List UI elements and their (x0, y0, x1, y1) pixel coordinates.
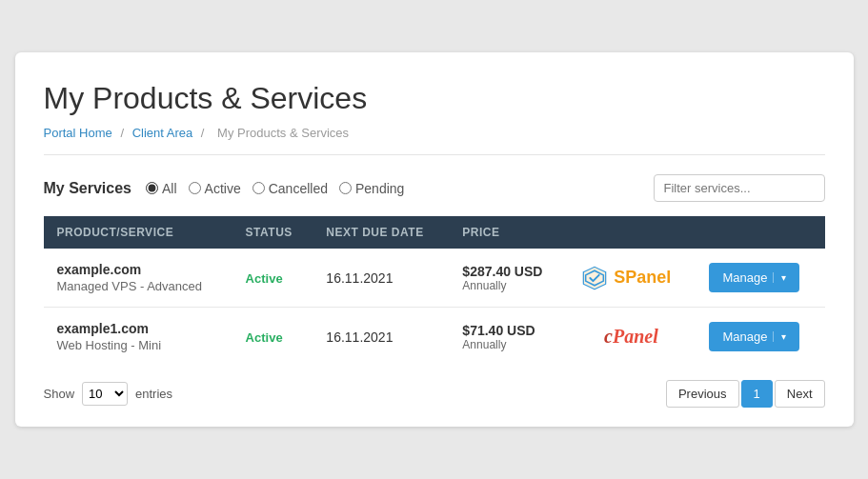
table-row: example.com Managed VPS - Advanced Activ… (44, 249, 825, 308)
product-sub: Web Hosting - Mini (57, 338, 219, 352)
col-action (696, 216, 824, 249)
radio-active-label[interactable]: Active (189, 181, 241, 196)
radio-cancelled[interactable] (252, 182, 265, 194)
price-cell: $287.40 USD Annually (449, 249, 566, 308)
table-footer: Show 10 25 50 100 entries Previous 1 Nex… (44, 380, 825, 408)
product-cell: example.com Managed VPS - Advanced (44, 249, 232, 308)
next-button[interactable]: Next (775, 380, 825, 408)
due-date: 16.11.2021 (326, 329, 393, 345)
dropdown-caret: ▾ (773, 331, 786, 342)
filter-group: All Active Cancelled Pending (146, 181, 404, 196)
spanel-text: SPanel (614, 268, 671, 288)
manage-button-2[interactable]: Manage ▾ (709, 322, 799, 351)
action-cell: Manage ▾ (696, 308, 824, 367)
manage-button-1[interactable]: Manage ▾ (709, 263, 799, 292)
radio-all-label[interactable]: All (146, 181, 177, 196)
prev-button[interactable]: Previous (666, 380, 739, 408)
price-period: Annually (462, 338, 553, 351)
breadcrumb-area[interactable]: Client Area (132, 126, 193, 140)
services-header: My Services All Active Cancelled Pending (44, 174, 825, 202)
product-name: example1.com (57, 321, 219, 336)
panel-logo-cell: SPanel (566, 249, 696, 308)
product-name: example.com (57, 262, 219, 277)
due-date-cell: 16.11.2021 (313, 308, 449, 367)
due-date-cell: 16.11.2021 (313, 249, 449, 308)
pagination: Previous 1 Next (666, 380, 825, 408)
breadcrumb-home[interactable]: Portal Home (44, 126, 112, 140)
breadcrumb-current: My Products & Services (217, 126, 349, 140)
table-row: example1.com Web Hosting - Mini Active 1… (44, 308, 825, 367)
price-amount: $71.40 USD (462, 323, 553, 338)
col-product: PRODUCT/SERVICE (44, 216, 232, 249)
col-due: NEXT DUE DATE (313, 216, 449, 249)
radio-active[interactable] (189, 182, 201, 194)
spanel-logo: SPanel (579, 265, 682, 291)
entries-label: entries (135, 387, 172, 401)
col-price: PRICE (449, 216, 566, 249)
radio-cancelled-label[interactable]: Cancelled (252, 181, 328, 196)
cpanel-logo: cPanel (604, 326, 658, 347)
breadcrumb: Portal Home / Client Area / My Products … (44, 126, 825, 155)
show-entries: Show 10 25 50 100 entries (44, 382, 173, 406)
col-status: STATUS (232, 216, 313, 249)
dropdown-caret: ▾ (773, 272, 786, 283)
status-cell: Active (232, 308, 313, 367)
page-1-button[interactable]: 1 (741, 380, 773, 408)
status-cell: Active (232, 249, 313, 308)
product-sub: Managed VPS - Advanced (57, 279, 219, 293)
filter-input[interactable] (654, 174, 825, 202)
due-date: 16.11.2021 (326, 270, 393, 286)
spanel-icon (579, 265, 610, 291)
panel-logo-cell: cPanel (566, 308, 696, 367)
price-cell: $71.40 USD Annually (449, 308, 566, 367)
price-amount: $287.40 USD (462, 264, 553, 279)
services-table: PRODUCT/SERVICE STATUS NEXT DUE DATE PRI… (44, 216, 825, 366)
status-badge: Active (246, 271, 283, 286)
services-label: My Services (44, 180, 132, 197)
main-container: My Products & Services Portal Home / Cli… (15, 52, 854, 427)
services-controls: My Services All Active Cancelled Pending (44, 180, 405, 197)
radio-all[interactable] (146, 182, 158, 194)
product-cell: example1.com Web Hosting - Mini (44, 308, 232, 367)
price-period: Annually (462, 279, 553, 292)
entries-select[interactable]: 10 25 50 100 (82, 382, 128, 406)
action-cell: Manage ▾ (696, 249, 824, 308)
radio-pending-label[interactable]: Pending (339, 181, 404, 196)
show-label: Show (44, 387, 75, 401)
radio-pending[interactable] (339, 182, 352, 194)
status-badge: Active (246, 330, 283, 345)
page-title: My Products & Services (44, 81, 825, 116)
col-panel (566, 216, 696, 249)
